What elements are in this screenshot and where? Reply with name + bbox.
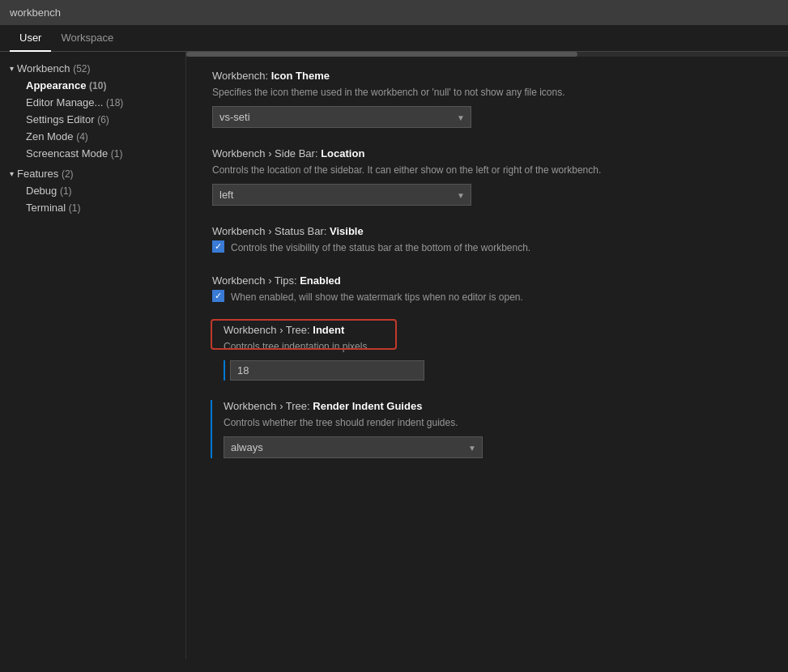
status-bar-checkbox[interactable]: ✓	[212, 240, 224, 253]
settings-content: Workbench: Icon Theme Specifies the icon…	[186, 57, 788, 491]
main-layout: ▾ Workbench (52) Appearance (10) Editor …	[0, 52, 788, 659]
debug-count: (1)	[60, 185, 72, 197]
tips-title: Workbench › Tips: Enabled	[212, 274, 762, 287]
appearance-count: (10)	[89, 80, 106, 91]
render-indent-title-bold: Render Indent Guides	[313, 400, 422, 412]
content-area: Workbench: Icon Theme Specifies the icon…	[186, 52, 788, 659]
sidebar-item-settings-editor[interactable]: Settings Editor (6)	[0, 111, 185, 128]
render-indent-desc: Controls whether the tree should render …	[224, 415, 762, 430]
icon-theme-desc: Specifies the icon theme used in the wor…	[212, 85, 762, 100]
sidebar-location-desc: Controls the location of the sidebar. It…	[212, 163, 762, 177]
status-bar-desc: Controls the visibility of the status ba…	[231, 240, 530, 255]
setting-tips-enabled: Workbench › Tips: Enabled ✓ When enabled…	[212, 274, 762, 304]
sidebar-item-terminal[interactable]: Terminal (1)	[0, 199, 185, 216]
sidebar-section-features: ▾ Features (2) Debug (1) Terminal (1)	[0, 164, 185, 218]
status-bar-title-bold: Visible	[330, 225, 364, 237]
tree-indent-input[interactable]	[230, 360, 424, 381]
workbench-count: (52)	[73, 63, 90, 74]
sidebar-location-select[interactable]: left right	[212, 184, 471, 206]
setting-sidebar-location: Workbench › Side Bar: Location Controls …	[212, 147, 762, 206]
search-input[interactable]	[10, 6, 778, 19]
setting-status-bar-visible: Workbench › Status Bar: Visible ✓ Contro…	[212, 225, 762, 255]
tips-title-bold: Enabled	[300, 274, 341, 287]
render-indent-select[interactable]: always none onHover	[224, 436, 483, 458]
tab-workspace[interactable]: Workspace	[51, 25, 123, 52]
editor-manage-count: (18)	[106, 97, 123, 108]
zen-mode-count: (4)	[76, 131, 88, 142]
sidebar-item-zen-mode[interactable]: Zen Mode (4)	[0, 128, 185, 145]
status-bar-title: Workbench › Status Bar: Visible	[212, 225, 762, 237]
tree-indent-title-bold: Indent	[313, 324, 344, 336]
tree-indent-title: Workbench › Tree: Indent	[224, 324, 762, 336]
setting-tree-indent: Workbench › Tree: Indent Controls tree i…	[212, 324, 762, 381]
render-indent-title: Workbench › Tree: Render Indent Guides	[224, 400, 762, 412]
chevron-down-icon: ▾	[10, 64, 14, 73]
search-bar	[0, 0, 788, 25]
sidebar: ▾ Workbench (52) Appearance (10) Editor …	[0, 52, 186, 659]
tips-checkbox[interactable]: ✓	[212, 290, 224, 302]
settings-editor-count: (6)	[97, 114, 109, 125]
status-bar-checkbox-row: ✓ Controls the visibility of the status …	[212, 240, 762, 255]
sidebar-item-screencast-mode[interactable]: Screencast Mode (1)	[0, 145, 185, 162]
sidebar-section-workbench: ▾ Workbench (52) Appearance (10) Editor …	[0, 58, 185, 164]
sidebar-item-debug[interactable]: Debug (1)	[0, 182, 185, 199]
sidebar-group-features-label: Features (2)	[17, 168, 74, 180]
render-indent-select-wrapper: always none onHover ▼	[224, 436, 483, 458]
sidebar-item-editor-manage[interactable]: Editor Manage... (18)	[0, 94, 185, 111]
chevron-down-icon-features: ▾	[10, 169, 14, 178]
tree-indent-input-wrapper	[224, 360, 762, 381]
checkmark-icon: ✓	[215, 241, 222, 252]
setting-tree-render-indent-guides: Workbench › Tree: Render Indent Guides C…	[211, 400, 762, 458]
icon-theme-select-wrapper: vs-seti vs ayu ▼	[212, 106, 471, 128]
checkmark-icon-2: ✓	[215, 291, 222, 301]
sidebar-location-title: Workbench › Side Bar: Location	[212, 147, 762, 159]
sidebar-group-features[interactable]: ▾ Features (2)	[0, 165, 185, 182]
terminal-count: (1)	[69, 202, 81, 214]
tree-indent-desc: Controls tree indentation in pixels.	[224, 339, 762, 354]
icon-theme-title-bold: Icon Theme	[271, 70, 330, 82]
tab-user[interactable]: User	[10, 25, 51, 52]
tabs: User Workspace	[0, 25, 788, 52]
tips-checkbox-row: ✓ When enabled, will show the watermark …	[212, 290, 762, 304]
sidebar-location-title-bold: Location	[321, 147, 364, 159]
screencast-mode-count: (1)	[111, 148, 123, 159]
tips-desc: When enabled, will show the watermark ti…	[231, 290, 523, 304]
sidebar-group-workbench[interactable]: ▾ Workbench (52)	[0, 60, 185, 77]
sidebar-group-label: Workbench (52)	[17, 62, 90, 74]
features-count: (2)	[62, 168, 74, 180]
sidebar-location-select-wrapper: left right ▼	[212, 184, 471, 206]
icon-theme-select[interactable]: vs-seti vs ayu	[212, 106, 471, 128]
sidebar-item-appearance[interactable]: Appearance (10)	[0, 77, 185, 94]
setting-icon-theme: Workbench: Icon Theme Specifies the icon…	[212, 70, 762, 128]
icon-theme-title: Workbench: Icon Theme	[212, 70, 762, 82]
